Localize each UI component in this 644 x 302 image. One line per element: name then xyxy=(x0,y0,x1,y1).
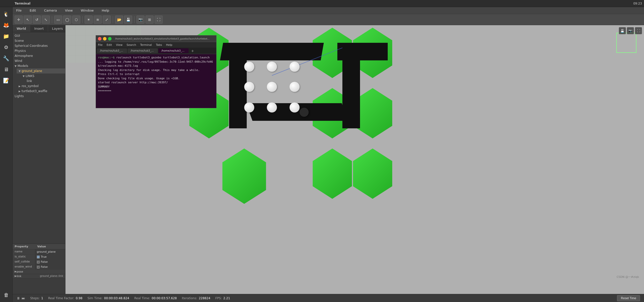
terminal-maximize-btn[interactable] xyxy=(108,37,112,41)
hex-bot-1 xyxy=(219,148,269,204)
dock-icon-trash[interactable]: 🗑 xyxy=(1,290,11,300)
tab-world[interactable]: World xyxy=(13,25,30,32)
prop-section-pose[interactable]: ▶ pose xyxy=(13,270,65,274)
status-simtime: Sim Time: 00:00:03:48.824 xyxy=(87,296,129,300)
status-realtime2: Real Time: 00:00:03:57.628 xyxy=(134,296,177,300)
prop-section-link[interactable]: ▶ link ground_plane::link xyxy=(13,274,65,279)
prop-row-name: name ground_plane xyxy=(13,249,65,254)
term-menu-help[interactable]: Help xyxy=(166,43,172,47)
tree-item-lights[interactable]: Lights xyxy=(13,94,65,99)
prop-header: Property Value xyxy=(13,244,65,249)
self-collide-checkbox[interactable]: ☐ xyxy=(37,260,40,263)
dock-icon-firefox[interactable]: 🦊 xyxy=(1,20,11,30)
viewport-expand-btn[interactable]: ⛶ xyxy=(635,27,642,34)
menu-bar: File Edit Camera View Window Help xyxy=(13,7,644,14)
light-tool-btn[interactable]: ☀ xyxy=(85,16,93,24)
step-icon[interactable]: ⏭ xyxy=(22,296,25,300)
tree-item-links[interactable]: ▼ LINKS xyxy=(21,73,65,79)
menu-window[interactable]: Window xyxy=(79,8,95,13)
ball-7 xyxy=(244,102,254,112)
scale-tool-btn[interactable]: ⤡ xyxy=(42,16,50,24)
term-line-9: SUMMARY xyxy=(98,85,214,89)
snap-tool-btn[interactable]: ⤢ xyxy=(103,16,111,24)
tree-item-link[interactable]: link xyxy=(25,79,65,84)
open-btn[interactable]: 📂 xyxy=(115,16,123,24)
tree-item-ground-plane[interactable]: ▼ ground_plane xyxy=(17,68,65,73)
menu-view[interactable]: View xyxy=(63,8,74,13)
terminal-tab-add[interactable]: + xyxy=(189,48,196,53)
tree-item-physics[interactable]: Physics xyxy=(13,48,65,53)
terminal-tab-1[interactable]: /home/ros/tub3_ws/src/t... xyxy=(97,48,127,53)
menu-camera[interactable]: Camera xyxy=(43,8,58,13)
tab-layers[interactable]: Layers xyxy=(48,25,65,32)
cylinder-tool-btn[interactable]: ⬡ xyxy=(72,16,80,24)
terminal-content[interactable]: ros@mac:~$ roslaunch turtlebot3_gazebo t… xyxy=(96,54,216,108)
gazebo-window: File Edit Camera View Window Help ✛ ↖ ↺ … xyxy=(13,7,644,302)
menu-edit[interactable]: Edit xyxy=(28,8,38,13)
ball-5 xyxy=(267,82,277,92)
term-menu-file[interactable]: File xyxy=(98,43,102,47)
dock-icon-ubuntu[interactable]: 🐧 xyxy=(1,9,11,19)
term-line-7: started roslaunch server http://mac:3939… xyxy=(98,81,214,85)
menu-file[interactable]: File xyxy=(15,8,23,13)
is-static-checkbox[interactable]: ☑ xyxy=(37,255,40,258)
reset-time-button[interactable]: Reset Time xyxy=(617,295,640,301)
select-tool-btn[interactable]: ✛ xyxy=(15,16,23,24)
toolbar-sep1 xyxy=(52,16,52,23)
term-menu-search[interactable]: Search xyxy=(127,43,136,47)
viewport[interactable]: 💾 📷 ⛶ CSDN @一#ziqb /home/ros/tub3_ws/src… xyxy=(65,25,644,294)
enable-wind-checkbox[interactable]: ☐ xyxy=(37,266,40,269)
realtime-value: 0.98 xyxy=(76,296,83,300)
tree-item-wind[interactable]: Wind xyxy=(13,58,65,63)
menu-help[interactable]: Help xyxy=(100,8,111,13)
status-iterations: Iterations: 228824 xyxy=(182,296,210,300)
tree-item-models[interactable]: ▼ Models xyxy=(13,63,65,68)
terminal-close-btn[interactable] xyxy=(98,37,101,41)
prop-val-name: ground_plane xyxy=(35,249,65,254)
grid-tool-btn[interactable]: ≋ xyxy=(94,16,102,24)
ubuntu-dock: 🐧 🦊 📁 ⚙ 🔧 🖥 📝 🗑 xyxy=(0,7,13,302)
tab-insert[interactable]: Insert xyxy=(30,25,48,32)
simtime-label: Sim Time: xyxy=(87,296,102,300)
terminal-menu: File Edit View Search Terminal Tabs Help xyxy=(96,42,216,48)
prop-col-property: Property xyxy=(13,244,35,249)
screenshot-btn[interactable]: 📷 xyxy=(136,16,145,24)
tree-item-spherical[interactable]: Spherical Coordinates xyxy=(13,43,65,48)
term-menu-tabs[interactable]: Tabs xyxy=(156,43,162,47)
fullscreen-btn[interactable]: ⛶ xyxy=(155,16,163,24)
rotate-tool-btn[interactable]: ↺ xyxy=(33,16,41,24)
tree-item-turtlebot3-waffle[interactable]: ▶ turtlebot3_waffle xyxy=(17,89,65,94)
status-fps: FPS: 2.21 xyxy=(215,296,230,300)
tree-panel: GUI Scene Spherical Coordinates Physics … xyxy=(13,32,65,244)
translate-tool-btn[interactable]: ↖ xyxy=(24,16,32,24)
robot-model xyxy=(300,108,309,117)
tree-item-ros-symbol[interactable]: ▶ ros_symbol xyxy=(17,84,65,89)
fps-label: FPS: xyxy=(215,296,222,300)
tree-item-gui[interactable]: GUI xyxy=(13,33,65,38)
viewport-camera-btn[interactable]: 📷 xyxy=(627,27,634,34)
terminal-tab-3[interactable]: /home/ros/tub3_ws/src/t... xyxy=(158,48,189,53)
tree-item-scene[interactable]: Scene xyxy=(13,38,65,43)
terminal-path: /home/ros/tub3_ws/src/turtlebot3_simulat… xyxy=(115,37,211,40)
dock-icon-files[interactable]: 📁 xyxy=(1,31,11,41)
dock-icon-settings[interactable]: ⚙ xyxy=(1,42,11,52)
save-btn[interactable]: 💾 xyxy=(124,16,132,24)
box-tool-btn[interactable]: ▭ xyxy=(54,16,62,24)
terminal-window: /home/ros/tub3_ws/src/turtlebot3_simulat… xyxy=(96,35,217,108)
sphere-tool-btn[interactable]: ◯ xyxy=(63,16,71,24)
prop-key-self-collide: self_collide xyxy=(13,259,35,264)
viewport-save-btn[interactable]: 💾 xyxy=(619,27,626,34)
tree-item-atmosphere[interactable]: Atmosphere xyxy=(13,53,65,58)
dock-icon-text[interactable]: 📝 xyxy=(1,76,11,86)
dock-icon-monitor[interactable]: 🖥 xyxy=(1,64,11,74)
steps-label: Steps: xyxy=(30,296,40,300)
layout-btn[interactable]: ⊞ xyxy=(146,16,154,24)
left-panel: World Insert Layers GUI Scene Spherica xyxy=(13,25,65,294)
dock-icon-terminal2[interactable]: 🔧 xyxy=(1,53,11,63)
term-menu-terminal[interactable]: Terminal xyxy=(140,43,152,47)
terminal-minimize-btn[interactable] xyxy=(103,37,106,41)
term-menu-edit[interactable]: Edit xyxy=(106,43,112,47)
pause-icon[interactable]: ⏸ xyxy=(17,296,20,300)
term-menu-view[interactable]: View xyxy=(116,43,123,47)
terminal-tab-2[interactable]: /home/ros/tub3_ws/src/t... xyxy=(128,48,158,53)
